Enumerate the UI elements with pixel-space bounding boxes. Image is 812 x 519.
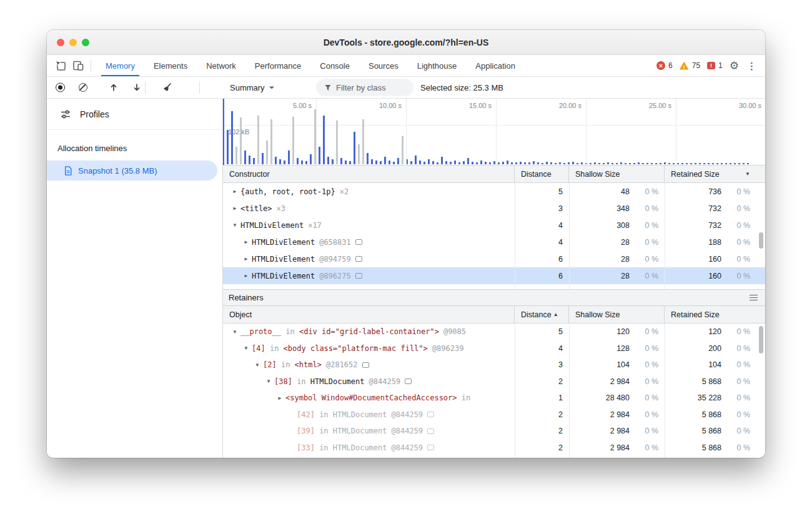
constructor-row[interactable]: ▶HTMLDivElement@6588314280 %1880 % bbox=[223, 234, 765, 250]
retainer-row[interactable]: [39] in HTMLDocument@84425922 9840 %5 86… bbox=[223, 423, 765, 440]
retainer-row[interactable]: [42] in HTMLDocument@84425922 9840 %5 86… bbox=[223, 407, 765, 423]
minimize-button[interactable] bbox=[69, 39, 77, 46]
tab-memory[interactable]: Memory bbox=[96, 55, 144, 76]
timeline-bar bbox=[305, 161, 307, 164]
perspective-select[interactable]: Summary bbox=[230, 83, 274, 92]
tab-sources[interactable]: Sources bbox=[359, 55, 408, 76]
timeline-bar bbox=[655, 163, 657, 164]
scrollbar-thumb[interactable] bbox=[759, 326, 763, 353]
retainer-row[interactable]: ▼__proto__ in <div id="grid-label-contai… bbox=[223, 324, 765, 340]
expand-arrow-icon[interactable]: ▶ bbox=[229, 205, 240, 211]
warning-icon: ! bbox=[680, 62, 689, 70]
expand-arrow-icon[interactable]: ▶ bbox=[229, 189, 240, 194]
class-filter-input[interactable]: Filter by class bbox=[316, 79, 413, 96]
constructor-row[interactable]: ▶<title>×333480 %7320 % bbox=[223, 200, 765, 217]
distance-cell-value: 2 bbox=[558, 377, 563, 386]
save-profile-icon[interactable] bbox=[132, 82, 142, 92]
expand-arrow-icon[interactable]: ▶ bbox=[240, 239, 252, 245]
retained-size-cell: 5 8680 % bbox=[665, 373, 765, 390]
dom-node-icon[interactable] bbox=[427, 445, 434, 450]
tab-performance[interactable]: Performance bbox=[245, 55, 310, 76]
retainers-section-bar[interactable]: Retainers bbox=[223, 289, 765, 306]
timeline-bar bbox=[384, 157, 386, 164]
shallow-size-cell-value: 28 bbox=[569, 255, 630, 264]
selection-handle[interactable] bbox=[223, 99, 224, 165]
clear-broom-icon[interactable] bbox=[162, 82, 172, 93]
fullscreen-button[interactable] bbox=[82, 39, 89, 46]
title-bar[interactable]: DevTools - store.google.com/?hl=en-US bbox=[47, 30, 765, 55]
error-count-badge[interactable]: × 6 bbox=[656, 61, 673, 70]
dom-node-icon[interactable] bbox=[427, 428, 434, 434]
inspect-element-icon[interactable] bbox=[53, 58, 68, 73]
edge-name: [39] bbox=[297, 427, 315, 435]
distance-cell: 4 bbox=[515, 340, 569, 357]
constructor-table-header: Constructor Distance Shallow Size Retain… bbox=[223, 166, 765, 183]
collapse-arrow-icon[interactable]: ▼ bbox=[252, 362, 263, 368]
retainer-row[interactable]: ▶<symbol Window#DocumentCachedAccessor> … bbox=[223, 390, 765, 407]
expand-arrow-icon[interactable]: ▶ bbox=[274, 395, 285, 401]
collapse-arrow-icon[interactable]: ▼ bbox=[229, 329, 240, 335]
more-options-icon[interactable]: ⋮ bbox=[746, 61, 758, 71]
expand-arrow-icon[interactable]: ▶ bbox=[240, 273, 252, 279]
timeline-bar bbox=[428, 159, 430, 164]
record-heap-allocations-button[interactable] bbox=[56, 83, 65, 92]
distance-cell: 5 bbox=[515, 324, 569, 340]
scrollbar-thumb[interactable] bbox=[759, 232, 763, 249]
device-toolbar-icon[interactable] bbox=[71, 58, 86, 73]
distance-cell: 1 bbox=[515, 390, 569, 407]
collapse-arrow-icon[interactable]: ▼ bbox=[263, 378, 274, 384]
retainer-row[interactable]: ▼[38] in HTMLDocument@84425922 9840 %5 8… bbox=[223, 373, 765, 390]
issue-count-badge[interactable]: ! 1 bbox=[707, 61, 723, 70]
constructor-row[interactable]: ▶HTMLDivElement@89… bbox=[223, 284, 765, 289]
issue-icon: ! bbox=[707, 62, 715, 69]
tab-network[interactable]: Network bbox=[197, 55, 245, 76]
dom-node-icon[interactable] bbox=[355, 239, 362, 245]
dom-node-icon[interactable] bbox=[405, 378, 412, 384]
column-header-distance[interactable]: Distance▲ bbox=[515, 306, 569, 323]
constructor-row[interactable]: ▶HTMLDivElement@8962756280 %1600 % bbox=[223, 267, 765, 284]
tab-console[interactable]: Console bbox=[310, 55, 359, 76]
settings-gear-icon[interactable]: ⚙ bbox=[730, 61, 739, 71]
edge-name: [4] bbox=[252, 344, 265, 353]
dom-node-icon[interactable] bbox=[355, 256, 362, 262]
column-header-distance[interactable]: Distance bbox=[515, 166, 569, 182]
timeline-bar bbox=[493, 161, 495, 164]
load-profile-icon[interactable] bbox=[109, 82, 119, 92]
constructor-row[interactable]: ▶HTMLDivElement@8947596280 %1600 % bbox=[223, 250, 765, 267]
dom-node-icon[interactable] bbox=[355, 273, 362, 279]
dom-node-icon[interactable] bbox=[427, 412, 434, 417]
column-header-retained-size[interactable]: Retained Size bbox=[665, 306, 765, 323]
allocation-timeline-overview[interactable]: 102 kB 5.00 s10.00 s15.00 s20.00 s25.00 … bbox=[223, 99, 765, 166]
collapse-arrow-icon[interactable]: ▼ bbox=[240, 345, 252, 351]
instance-count: ×17 bbox=[308, 221, 322, 230]
tab-elements[interactable]: Elements bbox=[144, 55, 197, 76]
collapse-arrow-icon[interactable]: ▼ bbox=[229, 222, 240, 228]
clear-all-profiles-icon[interactable] bbox=[79, 83, 87, 92]
expand-arrow-icon[interactable]: ▶ bbox=[240, 256, 252, 262]
timeline-tick-label: 15.00 s bbox=[469, 102, 492, 109]
constructor-row[interactable]: ▶{auth, root, root-1p}×25480 %7360 % bbox=[223, 183, 765, 200]
retainer-row[interactable]: ▼[2] in <html>@28165231040 %1040 % bbox=[223, 357, 765, 373]
close-button[interactable] bbox=[57, 39, 64, 46]
tab-lighthouse[interactable]: Lighthouse bbox=[408, 55, 467, 76]
timeline-bar bbox=[625, 163, 626, 164]
tab-application[interactable]: Application bbox=[466, 55, 525, 76]
column-header-shallow-size[interactable]: Shallow Size bbox=[569, 166, 665, 182]
shallow-size-cell-percent: 0 % bbox=[630, 255, 658, 264]
snapshot-item[interactable]: Snapshot 1 (35.8 MB) bbox=[47, 161, 217, 180]
retained-size-cell bbox=[665, 284, 765, 289]
constructor-row[interactable]: ▼HTMLDivElement×1743080 %7320 % bbox=[223, 217, 765, 234]
column-header-constructor[interactable]: Constructor bbox=[223, 166, 515, 182]
in-label: in bbox=[292, 377, 310, 386]
menu-icon[interactable] bbox=[750, 295, 758, 301]
timeline-bar bbox=[288, 151, 290, 164]
dom-node-icon[interactable] bbox=[362, 362, 369, 368]
column-header-shallow-size[interactable]: Shallow Size bbox=[569, 306, 665, 323]
profiles-header[interactable]: Profiles bbox=[47, 99, 222, 130]
retainer-row[interactable]: ▼[4] in <body class="platform-mac fill">… bbox=[223, 340, 765, 357]
column-header-object[interactable]: Object bbox=[223, 306, 515, 323]
retainer-row[interactable]: [33] in HTMLDocument@84425922 9840 %5 86… bbox=[223, 440, 765, 457]
warning-count-badge[interactable]: ! 75 bbox=[680, 61, 700, 70]
column-header-retained-size[interactable]: Retained Size▼ bbox=[665, 166, 765, 182]
timeline-bar bbox=[646, 163, 648, 164]
